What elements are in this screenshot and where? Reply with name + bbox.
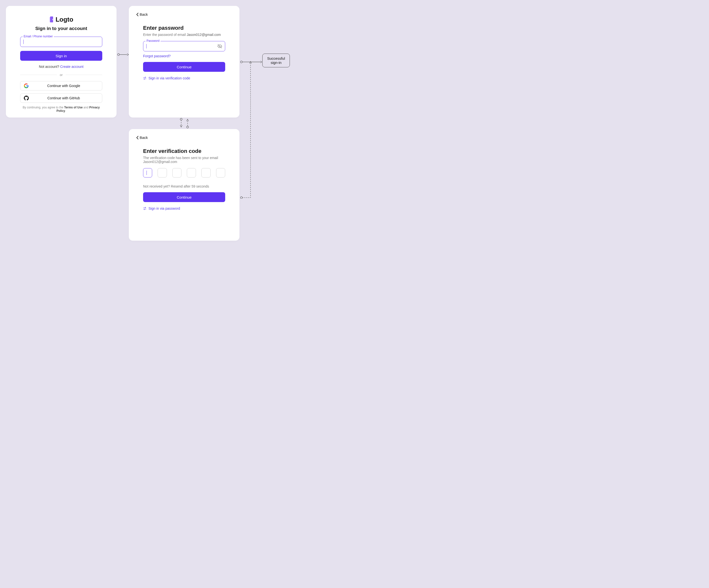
- arrow-signin-to-password: [117, 53, 129, 57]
- divider-label: or: [57, 73, 65, 77]
- arrow-password-verify-bidirectional: [179, 118, 190, 129]
- back-label: Back: [140, 135, 148, 140]
- identifier-input-wrap: Email / Phone number: [20, 37, 102, 47]
- chevron-left-icon: [136, 13, 139, 16]
- forgot-password-link[interactable]: Forgot password?: [143, 54, 170, 58]
- verify-sub-pre: The verification code has been sent to y…: [143, 156, 218, 160]
- password-subtitle: Enter the password of email Jason012@gma…: [143, 33, 225, 37]
- github-button[interactable]: Continue with GitHub: [20, 93, 102, 103]
- swap-icon: [143, 76, 147, 80]
- arrow-verify-to-success: [240, 61, 253, 198]
- code-digit-2[interactable]: [158, 168, 167, 178]
- password-title: Enter password: [143, 25, 225, 31]
- verify-subtitle: The verification code has been sent to y…: [143, 156, 225, 164]
- svg-point-10: [187, 126, 188, 128]
- no-account-line: Not account? Create account: [20, 65, 102, 69]
- code-digit-5[interactable]: [201, 168, 210, 178]
- google-icon: [24, 83, 29, 88]
- google-button-label: Continue with Google: [29, 84, 99, 88]
- password-label: Password: [146, 39, 160, 43]
- password-email: Jason012@gmail.com: [187, 33, 221, 37]
- no-account-text: Not account?: [39, 65, 60, 69]
- success-node: Successful sign-in: [262, 54, 290, 68]
- svg-point-7: [240, 197, 242, 198]
- code-digit-3[interactable]: [172, 168, 181, 178]
- signin-button[interactable]: Sign in: [20, 51, 102, 61]
- password-input[interactable]: [143, 41, 225, 51]
- svg-point-3: [117, 54, 120, 56]
- identifier-input[interactable]: [20, 37, 102, 47]
- logo-row: Logto: [20, 16, 102, 23]
- verify-email: Jason012@gmail.com: [143, 160, 177, 164]
- signin-via-password-link[interactable]: Sign in via password: [143, 207, 225, 210]
- svg-point-8: [180, 118, 182, 120]
- text-cursor-icon: [146, 44, 147, 48]
- create-account-link[interactable]: Create account: [60, 65, 84, 69]
- verify-title: Enter verification code: [143, 148, 225, 154]
- alt-link-label: Sign in via verification code: [149, 76, 190, 80]
- alt-link-label: Sign in via password: [149, 207, 180, 210]
- back-label: Back: [140, 12, 148, 17]
- google-button[interactable]: Continue with Google: [20, 81, 102, 90]
- password-input-wrap: Password: [143, 41, 225, 51]
- terms-line: By continuing, you agree to the Terms of…: [20, 106, 102, 113]
- code-digit-4[interactable]: [187, 168, 196, 178]
- identifier-label: Email / Phone number: [23, 35, 54, 38]
- continue-button[interactable]: Continue: [143, 62, 225, 72]
- terms-pre: By continuing, you agree to the: [23, 106, 64, 109]
- code-digit-6[interactable]: [216, 168, 225, 178]
- github-button-label: Continue with GitHub: [29, 96, 99, 100]
- eye-off-icon[interactable]: [217, 44, 222, 49]
- swap-icon: [143, 207, 147, 210]
- code-digit-1[interactable]: [143, 168, 152, 178]
- back-link[interactable]: Back: [136, 12, 232, 17]
- text-cursor-icon: [147, 170, 147, 175]
- terms-of-use-link[interactable]: Terms of Use: [64, 106, 83, 109]
- svg-rect-2: [52, 19, 53, 20]
- code-input-group: [143, 168, 225, 178]
- back-link[interactable]: Back: [136, 135, 232, 140]
- continue-button[interactable]: Continue: [143, 192, 225, 202]
- password-sub-pre: Enter the password of email: [143, 33, 187, 37]
- verify-card: Back Enter verification code The verific…: [129, 129, 239, 241]
- terms-mid: and: [83, 106, 89, 109]
- signin-card: Logto Sign in to your account Email / Ph…: [6, 6, 116, 117]
- logto-logo-icon: [49, 17, 54, 23]
- resend-text: Not received yet? Resend after 59 second…: [143, 184, 225, 188]
- logo-text: Logto: [56, 16, 73, 23]
- social-divider: or: [20, 73, 102, 77]
- signin-via-code-link[interactable]: Sign in via verification code: [143, 76, 225, 80]
- password-card: Back Enter password Enter the password o…: [129, 6, 239, 117]
- github-icon: [24, 96, 29, 101]
- text-cursor-icon: [23, 39, 24, 44]
- chevron-left-icon: [136, 136, 139, 139]
- signin-subtitle: Sign in to your account: [20, 26, 102, 31]
